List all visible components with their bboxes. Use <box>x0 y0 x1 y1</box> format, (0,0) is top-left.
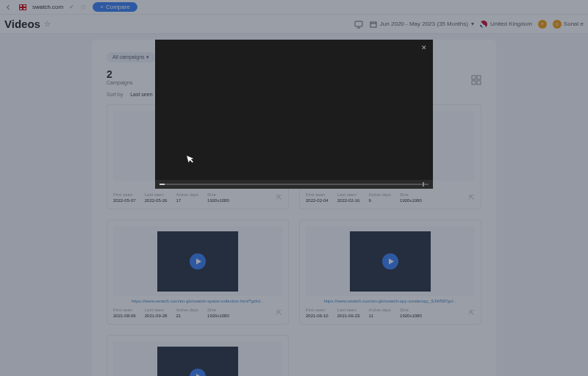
progress-fill <box>159 184 165 185</box>
video-canvas[interactable] <box>155 40 433 180</box>
modal-overlay[interactable]: ✕ <box>0 0 588 376</box>
progress-track[interactable] <box>159 184 429 185</box>
progress-end-marker <box>423 182 424 187</box>
cursor-icon <box>185 153 196 165</box>
video-progress-bar[interactable] <box>155 180 433 189</box>
video-player-modal: ✕ <box>155 40 433 189</box>
